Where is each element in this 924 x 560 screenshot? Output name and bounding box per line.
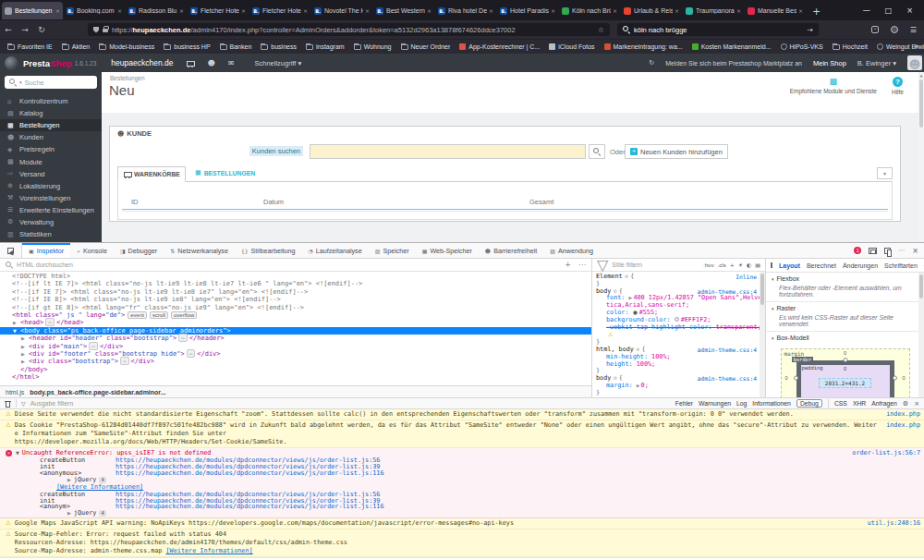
- tab-close-icon[interactable]: ×: [117, 7, 122, 14]
- iframe-picker-icon[interactable]: [869, 248, 877, 254]
- message-source-link[interactable]: index.php: [886, 410, 920, 418]
- url-text[interactable]: https://heupaeckchen.de/admin4170/index.…: [112, 26, 594, 34]
- message-source-link[interactable]: index.php: [886, 421, 920, 429]
- box-model-handle[interactable]: [893, 376, 897, 381]
- html-tree-line[interactable]: ▼<body class="ps_back-office page-sideba…: [0, 327, 591, 335]
- console-filter-button[interactable]: XHR: [853, 400, 866, 407]
- reload-button[interactable]: ↻: [33, 25, 50, 34]
- bookmarks-overflow-chevron[interactable]: »: [914, 42, 918, 51]
- bookmark-item[interactable]: Favoriten IE: [7, 43, 53, 50]
- learn-more-link[interactable]: [Weitere Informationen]: [166, 547, 253, 554]
- box-model-diagram[interactable]: margin 0 0 0 border padding 0 2031.2×431…: [781, 348, 910, 397]
- search-scope-caret-icon[interactable]: ▾: [19, 79, 22, 85]
- tab-close-icon[interactable]: ×: [798, 7, 803, 14]
- css-declaration[interactable]: font: ▶400 12px/1.42857 "Open Sans",Helv…: [596, 295, 765, 310]
- class-toggle-button[interactable]: .cls: [718, 262, 726, 268]
- html-tree-line[interactable]: <!--[if IE 8]> <html class="no-js lt-ie9…: [0, 296, 591, 303]
- breadcrumb[interactable]: Bestellungen: [110, 75, 145, 81]
- box-model-handle[interactable]: [843, 358, 847, 362]
- bookmark-item[interactable]: business HP: [164, 43, 210, 50]
- markup-menu-icon[interactable]: ⋯: [578, 261, 586, 269]
- pseudo-class-button[interactable]: :hov: [703, 262, 713, 268]
- browser-tab[interactable]: Bestellungen > ×: [2, 2, 63, 19]
- sidebar-menu-item[interactable]: Bestellungen: [0, 119, 102, 131]
- expand-icon[interactable]: ▶: [637, 383, 640, 388]
- console-message[interactable]: ×▼Uncaught ReferenceError: upss_isIE7 is…: [0, 448, 924, 518]
- twisty-icon[interactable]: ▶: [67, 510, 71, 517]
- rule-selector[interactable]: Element: [596, 273, 623, 280]
- css-declaration[interactable]: height: 100%;: [596, 361, 765, 369]
- console-message[interactable]: ⚠Das Cookie "PrestaShop-61284d01440df7f8…: [0, 420, 924, 448]
- rule-source-link[interactable]: admin-theme.css:4: [698, 347, 765, 354]
- new-tab-button[interactable]: +: [812, 6, 821, 18]
- html-tree-line[interactable]: </body>: [0, 366, 591, 373]
- messages-icon[interactable]: ✉: [228, 59, 235, 67]
- bookmark-star-icon[interactable]: ☆: [598, 26, 604, 34]
- browser-tab[interactable]: Manuelle Beste ×: [745, 2, 806, 19]
- column-header-id[interactable]: ID: [131, 198, 139, 206]
- browser-search-bar[interactable]: köln nach brügge →: [617, 23, 819, 36]
- quick-access-dropdown[interactable]: Schnellzugriff ▾: [254, 59, 301, 67]
- bookmark-item[interactable]: Wohnung: [354, 43, 392, 50]
- html-tree-line[interactable]: ▶<head>⋯</head>: [0, 319, 591, 326]
- console-filter-button[interactable]: Debug: [796, 399, 822, 408]
- bookmark-item[interactable]: Banken: [220, 43, 252, 50]
- twisty-icon[interactable]: ▼: [16, 449, 19, 457]
- rule-source-link[interactable]: admin-theme.css:4: [698, 375, 765, 383]
- html-tree-line[interactable]: <!DOCTYPE html>: [0, 273, 591, 280]
- browser-tab[interactable]: B. Fletcher Hotel F ×: [249, 2, 310, 19]
- console-message[interactable]: ⚠Source-Map-Fehler: Error: request faile…: [0, 530, 924, 557]
- forward-button[interactable]: →: [17, 25, 33, 34]
- twisty-icon[interactable]: ▶: [21, 343, 29, 350]
- tab-close-icon[interactable]: ×: [303, 7, 308, 14]
- sidebar-menu-item[interactable]: Kontrollzentrum: [0, 95, 102, 107]
- tab-close-icon[interactable]: ×: [55, 7, 60, 14]
- twisty-icon[interactable]: ▶: [67, 477, 71, 483]
- html-tree-line[interactable]: </html>: [0, 373, 591, 381]
- window-close-button[interactable]: ×: [906, 6, 913, 15]
- devtools-tab[interactable]: Netzwerkanalyse: [164, 243, 235, 258]
- bookmark-item[interactable]: Neuer Ordner: [401, 43, 451, 50]
- devtools-tab[interactable]: Web-Speicher: [416, 243, 479, 258]
- message-source-link[interactable]: util.js:240:16: [868, 519, 920, 527]
- rule-selector[interactable]: html, body: [596, 346, 634, 353]
- stack-source-link[interactable]: https://heupaeckchen.de/modules/dpdconne…: [116, 470, 384, 477]
- bookmark-item[interactable]: iCloud Fotos: [549, 43, 594, 50]
- panel-collapse-button[interactable]: ▾: [877, 167, 893, 179]
- tab-close-icon[interactable]: ×: [736, 7, 741, 14]
- browser-tab[interactable]: B. Novotel The H ×: [311, 2, 372, 19]
- sidebar-menu-item[interactable]: Preisregeln: [0, 143, 102, 155]
- user-menu[interactable]: B. Ewinger ▾: [857, 59, 896, 67]
- devtools-close-icon[interactable]: ×: [912, 247, 918, 255]
- sidebar-menu-item[interactable]: Lokalisierung: [0, 180, 102, 192]
- grid-section-header[interactable]: ▾Raster: [766, 302, 924, 314]
- breadcrumb-html[interactable]: html.js: [6, 389, 24, 396]
- twisty-icon[interactable]: ▶: [13, 319, 20, 326]
- rule-selector[interactable]: body: [596, 287, 611, 295]
- html-tree-line[interactable]: <html class=" js " lang="de">eventscroll…: [0, 311, 591, 319]
- devtools-tab[interactable]: Stilbearbeitung: [235, 243, 302, 258]
- html-search-bar[interactable]: HTML durchsuchen +⋯: [0, 259, 591, 272]
- add-customer-button[interactable]: + Neuen Kunden hinzufügen: [625, 144, 728, 159]
- sidebar-menu-item[interactable]: Katalog: [0, 107, 102, 119]
- sidebar-menu-item[interactable]: Verwaltung: [0, 216, 102, 228]
- sidebar-menu-item[interactable]: Kunden: [0, 131, 102, 143]
- light-mode-icon[interactable]: ☀: [738, 262, 743, 268]
- tab-close-icon[interactable]: ×: [241, 7, 246, 14]
- browser-tab[interactable]: Köln nach Brügg ×: [559, 2, 620, 19]
- browser-tab[interactable]: B. Hotel Paradis, 2 ×: [497, 2, 558, 19]
- sidebar-menu-item[interactable]: Module: [0, 155, 102, 167]
- error-count-badge[interactable]: 1: [854, 247, 861, 254]
- console-filter-button[interactable]: Anfragen: [871, 400, 897, 407]
- sidebar-search-input[interactable]: ▾ Suche: [5, 76, 97, 89]
- browser-tab[interactable]: B. Fletcher Hotel- ×: [188, 2, 249, 19]
- browser-tab[interactable]: B. Radisson Blu H ×: [126, 2, 187, 19]
- print-media-icon[interactable]: ▤: [755, 262, 760, 268]
- tab-orders[interactable]: BESTELLUNGEN: [195, 169, 255, 177]
- customer-icon[interactable]: ☻: [207, 59, 214, 67]
- rule-gear-icon[interactable]: ⚙: [625, 274, 628, 279]
- flexbox-section-header[interactable]: ▾Flexbox: [766, 273, 924, 285]
- stack-source-link[interactable]: https://heupaeckchen.de/modules/dpdconne…: [116, 504, 384, 510]
- sidebar-menu-item[interactable]: Voreinstellungen: [0, 192, 102, 204]
- devtools-tab[interactable]: Barrierefreiheit: [479, 243, 543, 258]
